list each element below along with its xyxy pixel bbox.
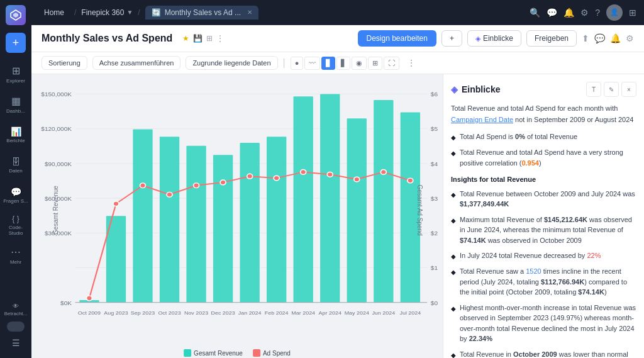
- chart-type-bar[interactable]: ▊: [321, 57, 335, 70]
- sortierung-button[interactable]: Sortierung: [42, 56, 87, 70]
- bullet-0-percent: ◆ Total Ad Spend is 0% of total Revenue: [451, 131, 636, 142]
- svg-marker-1: [13, 13, 18, 18]
- topbar: Home / Finepick 360 ▼ / 🔄 Monthly Sales …: [31, 0, 644, 25]
- topbar-home[interactable]: Home: [39, 6, 69, 20]
- einblicke-button[interactable]: ◈ Einblicke: [467, 30, 521, 47]
- topbar-actions: 🔍 💬 🔔 ⚙ ? 👤 ⊞: [530, 4, 636, 21]
- text-format-button[interactable]: T: [586, 82, 601, 97]
- svg-rect-31: [320, 94, 340, 302]
- bell-icon[interactable]: 🔔: [564, 8, 574, 18]
- hamburger-icon[interactable]: ☰: [12, 338, 20, 348]
- more-options-icon[interactable]: ⋮: [216, 34, 224, 43]
- chart-type-other[interactable]: ⛶: [384, 57, 399, 70]
- campaign-end-date-link[interactable]: Campaign End Date: [451, 116, 513, 123]
- svg-point-35: [86, 296, 92, 301]
- filter-more-icon[interactable]: ⋮: [407, 58, 416, 68]
- chart-type-dot[interactable]: ●: [291, 57, 304, 70]
- close-insights-button[interactable]: ×: [621, 82, 636, 97]
- insights-intro: Total Revenue and total Ad Spend for eac…: [451, 103, 636, 125]
- sidebar-item-daten[interactable]: 🗄 Daten: [2, 151, 30, 179]
- help-icon[interactable]: ?: [595, 8, 600, 18]
- svg-text:May 2024: May 2024: [345, 310, 370, 316]
- legend-adspend-color: [253, 349, 260, 357]
- svg-point-42: [274, 176, 279, 181]
- insights-body: Total Revenue and total Ad Spend for eac…: [451, 103, 636, 358]
- chart-type-line[interactable]: 〰: [304, 57, 320, 70]
- comment-icon[interactable]: 💬: [594, 33, 605, 43]
- chat-icon[interactable]: 💬: [547, 8, 557, 18]
- svg-text:$500K: $500K: [431, 126, 438, 132]
- close-tab-icon[interactable]: ✕: [247, 9, 252, 16]
- y-axis-right-label: Gesamt Ad Spend: [416, 184, 423, 235]
- insights-panel: ◈ Einblicke T ✎ × Total Revenue and tota…: [443, 74, 644, 358]
- svg-text:Jan 2024: Jan 2024: [238, 310, 262, 316]
- save-icon[interactable]: 💾: [193, 34, 203, 43]
- achse-button[interactable]: Achse zusammenführen: [92, 56, 181, 70]
- design-button[interactable]: Design bearbeiten: [358, 30, 436, 47]
- bullet-oct2009-low: ◆ Total Revenue in October 2009 was lowe…: [451, 349, 636, 358]
- edit-button[interactable]: ✎: [604, 82, 619, 97]
- add-button[interactable]: +: [6, 33, 26, 53]
- share-icon[interactable]: ⬆: [582, 33, 589, 43]
- avatar[interactable]: 👤: [606, 4, 623, 21]
- svg-point-45: [354, 177, 360, 182]
- svg-rect-30: [294, 96, 313, 303]
- svg-text:$0: $0: [431, 299, 438, 306]
- sidebar-item-betracht[interactable]: 👁 Betracht...: [2, 301, 30, 318]
- svg-text:Mar 2024: Mar 2024: [291, 310, 315, 316]
- svg-rect-29: [267, 137, 286, 303]
- svg-text:$90,000K: $90,000K: [45, 160, 72, 167]
- grid-icon[interactable]: ⊞: [206, 34, 213, 43]
- sidebar-item-mehr[interactable]: ⋯ Mehr: [2, 242, 30, 269]
- search-icon[interactable]: 🔍: [530, 8, 540, 18]
- grid-apps-icon[interactable]: ⊞: [629, 8, 636, 18]
- svg-rect-27: [213, 155, 233, 303]
- sidebar-item-explorer[interactable]: ⊞ Explorer: [2, 60, 30, 88]
- favorite-icon[interactable]: ★: [182, 34, 189, 43]
- notification-icon[interactable]: 🔔: [610, 33, 621, 43]
- topbar-finepick[interactable]: Finepick 360 ▼: [81, 8, 133, 17]
- filter-bar: Sortierung Achse zusammenführen Zugrunde…: [31, 52, 644, 74]
- zugrunde-button[interactable]: Zugrunde liegende Daten: [186, 56, 277, 70]
- svg-text:Sep 2023: Sep 2023: [131, 310, 155, 316]
- legend-revenue: Gesamt Revenue: [184, 349, 243, 357]
- main-content: Monthly Sales vs Ad Spend ★ 💾 ⊞ ⋮ Design…: [31, 25, 644, 358]
- secondary-toolbar: Monthly Sales vs Ad Spend ★ 💾 ⊞ ⋮ Design…: [31, 25, 644, 52]
- sidebar-item-berichte[interactable]: 📊 Berichte: [2, 121, 30, 148]
- chart-area: Gesamt Revenue Gesamt Ad Spend $150,000K…: [31, 74, 443, 358]
- chart-type-grid[interactable]: ⊞: [368, 57, 382, 70]
- freigeben-button[interactable]: Freigeben: [526, 30, 577, 47]
- y-axis-left-label: Gesamt Revenue: [52, 186, 59, 235]
- svg-rect-33: [374, 100, 393, 303]
- svg-text:Aug 2023: Aug 2023: [104, 310, 128, 316]
- svg-point-40: [220, 180, 226, 185]
- einblicke-icon: ◈: [475, 35, 480, 43]
- svg-text:Nov 2023: Nov 2023: [184, 310, 209, 316]
- svg-text:$600K: $600K: [431, 91, 438, 98]
- svg-point-39: [194, 183, 199, 188]
- gear-icon[interactable]: ⚙: [580, 8, 589, 18]
- topbar-tab-monthly[interactable]: 🔄 Monthly Sales vs Ad ... ✕: [145, 6, 258, 20]
- bullet-incline: ◆ Total Revenue saw a 1520 times incline…: [451, 266, 636, 298]
- settings-icon[interactable]: ⚙: [626, 33, 634, 43]
- sidebar-toggle[interactable]: [7, 322, 25, 332]
- bullet-max-min-rev: ◆ Maximum total Revenue of $145,212.64K …: [451, 215, 636, 246]
- chart-type-pie[interactable]: ◉: [352, 57, 367, 70]
- insights-icon: ◈: [451, 84, 458, 94]
- sidebar-logo: [6, 5, 26, 25]
- svg-text:$300K: $300K: [431, 196, 438, 202]
- sidebar-item-dashboard[interactable]: ▦ Dashb...: [2, 91, 30, 118]
- bullet-mom-increase: ◆ Highest month-over-month increase in t…: [451, 303, 636, 344]
- svg-point-41: [247, 174, 253, 179]
- add-view-button[interactable]: +: [441, 30, 462, 47]
- chart-type-bar2[interactable]: ▋: [336, 57, 350, 70]
- svg-text:$100K: $100K: [431, 265, 438, 271]
- svg-text:$200K: $200K: [431, 230, 438, 237]
- legend-revenue-color: [184, 349, 191, 357]
- sidebar-item-code[interactable]: { } Code-Studio: [2, 211, 30, 239]
- svg-text:Oct 2009: Oct 2009: [78, 310, 101, 316]
- insights-title: ◈ Einblicke: [451, 84, 500, 94]
- svg-text:Feb 2024: Feb 2024: [265, 310, 289, 316]
- sidebar-item-fragen[interactable]: 💬 Fragen S...: [2, 181, 30, 209]
- svg-text:$120,000K: $120,000K: [41, 126, 72, 132]
